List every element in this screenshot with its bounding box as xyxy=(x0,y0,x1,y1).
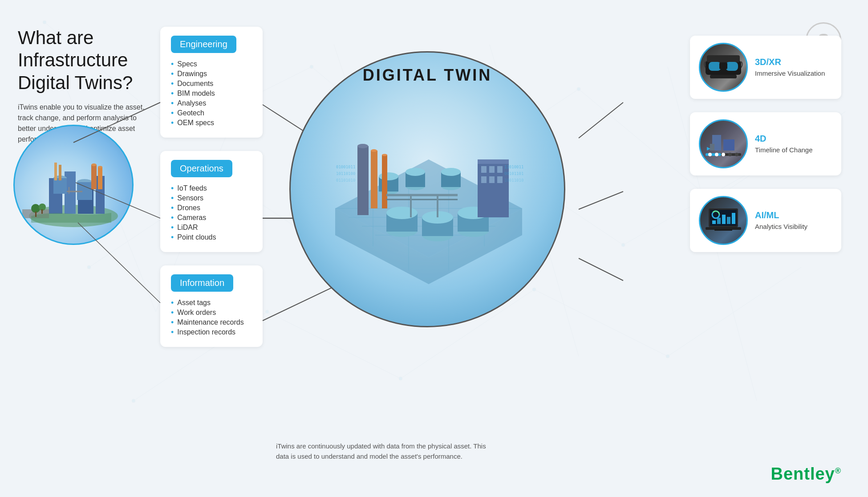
svg-line-67 xyxy=(579,258,623,281)
svg-point-90 xyxy=(379,172,398,180)
bentley-label: Bentley xyxy=(771,464,835,483)
svg-rect-125 xyxy=(719,63,727,69)
svg-point-21 xyxy=(43,20,46,24)
svg-text:11010011: 11010011 xyxy=(504,165,523,169)
svg-text:01101010: 01101010 xyxy=(336,178,355,183)
ops-item-5: LiDAR xyxy=(171,223,252,232)
bottom-caption: iTwins are continuously updated with dat… xyxy=(276,441,525,461)
svg-rect-101 xyxy=(497,166,503,173)
information-header: Information xyxy=(171,274,233,292)
page-title: What are Infrastructure Digital Twins? xyxy=(18,27,151,94)
svg-rect-58 xyxy=(41,209,43,214)
svg-text:10011010: 10011010 xyxy=(504,178,523,183)
svg-point-81 xyxy=(386,207,418,219)
svg-point-134 xyxy=(722,153,725,156)
bentley-logo: Bentley® xyxy=(771,464,841,484)
engineering-list: Specs Drawings Documents BIM models Anal… xyxy=(171,59,252,128)
svg-rect-131 xyxy=(706,153,721,156)
ops-item-6: Point clouds xyxy=(171,232,252,242)
svg-text:01001011: 01001011 xyxy=(336,165,355,169)
svg-rect-57 xyxy=(35,212,37,217)
vr-circle xyxy=(699,43,748,92)
eng-item-4: BIM models xyxy=(171,89,252,98)
info-item-4: Inspection records xyxy=(171,327,252,337)
svg-point-49 xyxy=(91,163,97,166)
svg-line-15 xyxy=(668,267,801,356)
output-3dxr-card: 3D/XR Immersive Visualization xyxy=(690,36,841,99)
ops-item-1: IoT feeds xyxy=(171,183,252,193)
eng-item-3: Documents xyxy=(171,79,252,89)
ops-item-2: Sensors xyxy=(171,193,252,203)
svg-point-108 xyxy=(371,149,377,152)
svg-rect-124 xyxy=(726,62,738,71)
operations-header: Operations xyxy=(171,160,232,177)
svg-rect-148 xyxy=(714,229,732,231)
svg-rect-126 xyxy=(710,75,737,78)
svg-point-96 xyxy=(441,168,461,176)
svg-text:10110100: 10110100 xyxy=(336,171,355,176)
svg-rect-102 xyxy=(481,176,487,183)
digital-twin-circle: DIGITAL TWIN xyxy=(289,51,565,327)
bottom-caption-line2: data is used to understand and model the… xyxy=(276,452,525,462)
ops-item-3: Drones xyxy=(171,203,252,213)
svg-rect-48 xyxy=(98,167,102,189)
svg-rect-129 xyxy=(710,144,714,151)
output-3dxr-title: 3D/XR xyxy=(755,57,825,67)
svg-rect-44 xyxy=(53,178,67,194)
engineering-card: Engineering Specs Drawings Documents BIM… xyxy=(160,27,263,138)
aiml-circle xyxy=(699,196,748,245)
output-4d-text: 4D Timeline of Change xyxy=(755,134,813,155)
svg-rect-105 xyxy=(357,146,369,215)
right-outputs: 3D/XR Immersive Visualization xyxy=(690,36,841,252)
svg-point-93 xyxy=(406,168,425,176)
bottom-caption-line1: iTwins are continuously updated with dat… xyxy=(276,441,525,452)
eng-item-1: Specs xyxy=(171,59,252,69)
svg-rect-141 xyxy=(717,218,721,224)
svg-point-136 xyxy=(735,153,738,156)
information-card: Information Asset tags Work orders Maint… xyxy=(160,265,263,347)
eng-item-5: Analyses xyxy=(171,98,252,108)
info-item-1: Asset tags xyxy=(171,298,252,308)
svg-point-135 xyxy=(728,153,732,156)
eng-item-6: Geotech xyxy=(171,108,252,118)
svg-rect-109 xyxy=(382,155,387,208)
eng-item-2: Drawings xyxy=(171,69,252,79)
output-aiml-title: AI/ML xyxy=(755,210,807,220)
engineering-header: Engineering xyxy=(171,36,236,53)
output-4d-description: Timeline of Change xyxy=(755,146,813,155)
svg-rect-100 xyxy=(489,166,495,173)
svg-rect-51 xyxy=(54,163,57,180)
output-4d-title: 4D xyxy=(755,134,813,144)
svg-point-36 xyxy=(666,354,669,358)
svg-point-50 xyxy=(98,166,102,168)
svg-line-65 xyxy=(579,102,623,138)
svg-rect-47 xyxy=(91,165,97,189)
eng-item-7: OEM specs xyxy=(171,118,252,128)
svg-text:00101101: 00101101 xyxy=(504,171,523,176)
svg-rect-107 xyxy=(371,151,377,208)
digital-twin-container: DIGITAL TWIN xyxy=(276,22,579,356)
operations-list: IoT feeds Sensors Drones Cameras LiDAR P… xyxy=(171,183,252,242)
output-aiml-card: AI/ML Analytics Visibility xyxy=(690,189,841,252)
svg-marker-137 xyxy=(707,147,710,151)
svg-point-30 xyxy=(621,243,625,247)
svg-rect-144 xyxy=(732,213,735,224)
svg-line-66 xyxy=(579,191,623,209)
svg-rect-140 xyxy=(712,220,716,224)
info-item-3: Maintenance records xyxy=(171,318,252,327)
output-3dxr-text: 3D/XR Immersive Visualization xyxy=(755,57,825,78)
left-cards: Engineering Specs Drawings Documents BIM… xyxy=(160,27,263,347)
ops-item-4: Cameras xyxy=(171,213,252,223)
svg-rect-98 xyxy=(478,159,509,164)
svg-rect-122 xyxy=(707,55,740,62)
output-4d-card: 4D Timeline of Change xyxy=(690,112,841,175)
svg-point-32 xyxy=(132,399,135,403)
svg-point-133 xyxy=(715,153,718,156)
svg-rect-52 xyxy=(59,165,61,180)
output-3dxr-description: Immersive Visualization xyxy=(755,69,825,78)
svg-rect-123 xyxy=(709,62,721,71)
svg-point-34 xyxy=(399,377,402,380)
operations-card: Operations IoT feeds Sensors Drones Came… xyxy=(160,151,263,252)
svg-rect-103 xyxy=(489,176,495,183)
timeline-circle xyxy=(699,119,748,168)
